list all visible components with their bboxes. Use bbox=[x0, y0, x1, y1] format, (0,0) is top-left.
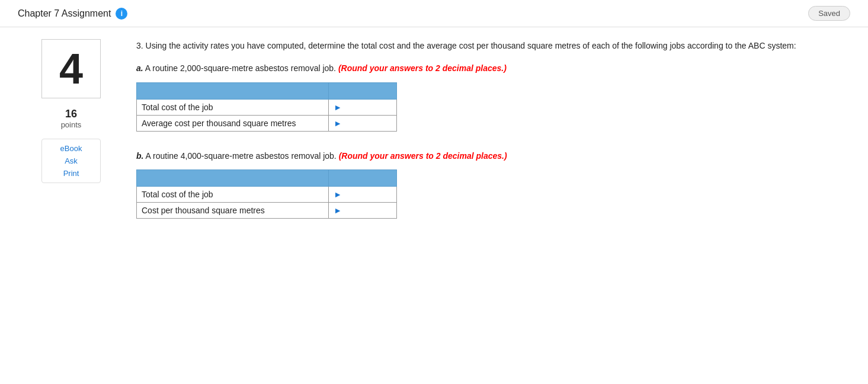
table-row: Cost per thousand square metres ► bbox=[137, 203, 397, 219]
table-b-row1-input[interactable] bbox=[344, 190, 392, 199]
points-section: 16 points bbox=[61, 108, 82, 129]
table-a-row2-input-cell: ► bbox=[329, 115, 397, 131]
sub-question-a: a. A routine 2,000-square-metre asbestos… bbox=[136, 62, 850, 75]
table-a-header-col2 bbox=[329, 82, 397, 99]
table-a-header-col1 bbox=[137, 82, 329, 99]
top-bar: Chapter 7 Assignment i Saved bbox=[0, 0, 868, 27]
links-box: eBook Ask Print bbox=[41, 139, 101, 183]
page-title: Chapter 7 Assignment bbox=[18, 8, 111, 19]
table-row: Total cost of the job ► bbox=[137, 99, 397, 115]
sub-b-round-note: (Round your answers to 2 decimal places.… bbox=[339, 151, 507, 161]
sub-question-b: b. A routine 4,000-square-metre asbestos… bbox=[136, 149, 850, 162]
table-a-row1-input-cell: ► bbox=[329, 99, 397, 115]
right-panel: 3. Using the activity rates you have com… bbox=[136, 39, 850, 236]
ebook-link[interactable]: eBook bbox=[54, 144, 88, 153]
table-b-row1-label: Total cost of the job bbox=[137, 187, 329, 203]
table-a-header-row bbox=[137, 82, 397, 99]
table-b-row2-input[interactable] bbox=[344, 206, 392, 215]
left-panel: 4 16 points eBook Ask Print bbox=[18, 39, 124, 236]
table-a-row2-label: Average cost per thousand square metres bbox=[137, 115, 329, 131]
question-main-text: 3. Using the activity rates you have com… bbox=[136, 39, 850, 52]
table-row: Average cost per thousand square metres … bbox=[137, 115, 397, 131]
points-label: points bbox=[61, 120, 82, 129]
question-number-box: 4 bbox=[41, 39, 101, 98]
table-b-row2-input-cell: ► bbox=[329, 203, 397, 219]
sub-b-text: A routine 4,000-square-metre asbestos re… bbox=[146, 151, 337, 161]
table-b-header-col1 bbox=[137, 170, 329, 187]
points-value: 16 bbox=[61, 108, 82, 120]
saved-badge: Saved bbox=[808, 6, 850, 21]
info-icon[interactable]: i bbox=[116, 8, 127, 20]
top-bar-left: Chapter 7 Assignment i bbox=[18, 8, 127, 20]
table-b-row2-label: Cost per thousand square metres bbox=[137, 203, 329, 219]
arrow-icon-b2: ► bbox=[334, 206, 342, 215]
main-content: 4 16 points eBook Ask Print 3. Using the… bbox=[0, 27, 868, 248]
table-b-row1-input-cell: ► bbox=[329, 187, 397, 203]
table-a-row1-input[interactable] bbox=[344, 103, 392, 111]
table-a-row2-input[interactable] bbox=[344, 119, 392, 127]
sub-a-round-note: (Round your answers to 2 decimal places.… bbox=[338, 63, 507, 73]
sub-a-label: a. bbox=[136, 63, 143, 73]
arrow-icon-a1: ► bbox=[334, 103, 342, 112]
arrow-icon-b1: ► bbox=[334, 190, 342, 199]
table-a-row1-label: Total cost of the job bbox=[137, 99, 329, 115]
sub-b-label: b. bbox=[136, 151, 143, 161]
print-link[interactable]: Print bbox=[54, 169, 88, 178]
table-row: Total cost of the job ► bbox=[137, 187, 397, 203]
table-b-header-row bbox=[137, 170, 397, 187]
table-a: Total cost of the job ► Average cost per… bbox=[136, 82, 397, 132]
table-b-header-col2 bbox=[329, 170, 397, 187]
ask-link[interactable]: Ask bbox=[54, 156, 88, 165]
sub-a-text: A routine 2,000-square-metre asbestos re… bbox=[145, 63, 336, 73]
table-b: Total cost of the job ► Cost per thousan… bbox=[136, 169, 397, 219]
arrow-icon-a2: ► bbox=[334, 119, 342, 128]
